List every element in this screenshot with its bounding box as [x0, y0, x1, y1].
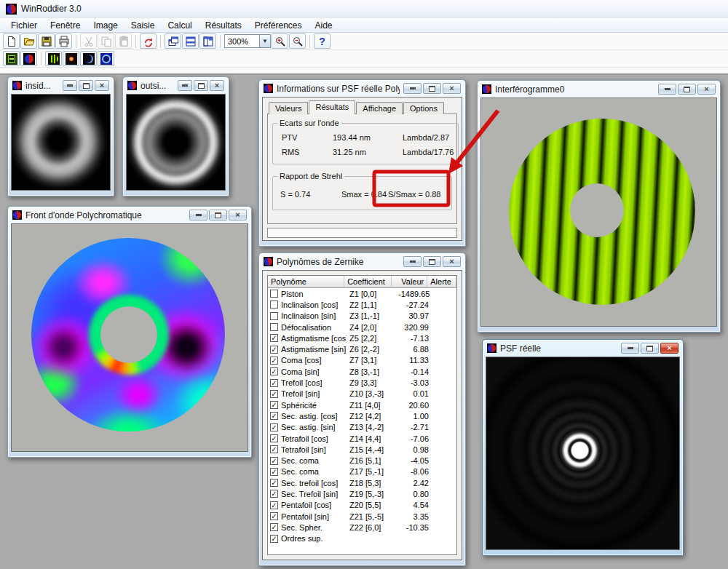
minimize-button[interactable]: [403, 83, 422, 94]
row-checkbox[interactable]: ✓: [270, 412, 278, 420]
maximize-button[interactable]: [209, 210, 227, 220]
table-row[interactable]: ✓Tetrafoil [sin]Z15 [4,-4]0.98: [268, 444, 456, 455]
zoom-select[interactable]: 300% ▼: [224, 34, 271, 48]
table-row[interactable]: ✓Pentafoil [sin]Z21 [5,-5]3.35: [268, 511, 456, 522]
row-checkbox[interactable]: ✓: [270, 445, 278, 453]
table-row[interactable]: ✓Tetrafoil [cos]Z14 [4,4]-7.06: [268, 433, 456, 444]
tab-affichage[interactable]: Affichage: [356, 102, 403, 114]
menu-item-aide[interactable]: Aide: [309, 19, 339, 32]
row-checkbox[interactable]: ✓: [270, 501, 278, 509]
table-row[interactable]: ✓SphéricitéZ11 [4,0]20.60: [268, 399, 456, 410]
column-header[interactable]: Valeur: [392, 276, 427, 288]
row-checkbox[interactable]: ✓: [270, 457, 278, 465]
column-header[interactable]: Polynôme: [268, 276, 344, 288]
menu-item-image[interactable]: Image: [87, 19, 124, 32]
row-checkbox[interactable]: ✓: [270, 468, 278, 476]
table-row[interactable]: ✓Trefoil [sin]Z10 [3,-3]0.01: [268, 389, 456, 399]
tab-valeurs[interactable]: Valeurs: [269, 102, 308, 114]
tile-vertical-button[interactable]: [199, 33, 216, 49]
close-button[interactable]: ×: [443, 256, 461, 267]
row-checkbox[interactable]: ✓: [270, 401, 278, 409]
table-row[interactable]: Inclinaison [cos]Z2 [1,1]-27.24: [268, 299, 456, 310]
table-row[interactable]: Inclinaison [sin]Z3 [1,-1]30.97: [268, 311, 456, 322]
table-row[interactable]: ✓Sec. comaZ17 [5,-1]-8.06: [268, 466, 456, 477]
psf-tool-button[interactable]: [63, 51, 79, 66]
menu-item-calcul[interactable]: Calcul: [161, 19, 198, 32]
minimize-button[interactable]: [403, 256, 422, 267]
menu-item-fichier[interactable]: Fichier: [4, 19, 44, 32]
close-button[interactable]: ×: [443, 83, 461, 94]
titlebar-interferogram[interactable]: Interférogramme0 ×: [480, 81, 717, 98]
tile-horizontal-button[interactable]: [182, 33, 199, 49]
titlebar-outside[interactable]: outsi... ×: [126, 77, 226, 94]
titlebar-wavefront[interactable]: Front d'onde Polychromatique ×: [11, 207, 248, 223]
column-header[interactable]: Coefficient: [344, 276, 392, 288]
maximize-button[interactable]: [641, 343, 659, 354]
row-checkbox[interactable]: [270, 323, 278, 331]
row-checkbox[interactable]: ✓: [270, 479, 278, 487]
table-row[interactable]: ✓Sec. Spher.Z22 [6,0]-10.35: [268, 522, 456, 533]
table-row[interactable]: DéfocalisationZ4 [2,0]320.99: [268, 322, 456, 333]
row-checkbox[interactable]: [270, 301, 278, 309]
eclipse-tool-button[interactable]: [80, 51, 97, 66]
titlebar-psf[interactable]: PSF réelle ×: [486, 340, 680, 357]
table-row[interactable]: ✓Sec. trefoil [cos]Z18 [5,3]2.42: [268, 477, 456, 488]
minimize-button[interactable]: [63, 80, 77, 91]
interferogram-tool-button[interactable]: [45, 51, 62, 66]
table-row[interactable]: PistonZ1 [0,0]-1489.65: [268, 288, 456, 299]
table-row[interactable]: ✓Pentafoil [cos]Z20 [5,5]4.54: [268, 500, 456, 511]
maximize-button[interactable]: [423, 256, 441, 267]
maximize-button[interactable]: [79, 80, 93, 91]
close-button[interactable]: ×: [660, 343, 678, 354]
screen-tool-button[interactable]: [3, 51, 20, 66]
row-checkbox[interactable]: ✓: [270, 357, 278, 365]
row-checkbox[interactable]: ✓: [270, 434, 278, 442]
menu-item-prfrences[interactable]: Préférences: [248, 19, 309, 32]
row-checkbox[interactable]: ✓: [270, 512, 278, 520]
close-button[interactable]: ×: [95, 80, 109, 91]
help-button[interactable]: ?: [314, 33, 331, 49]
chevron-down-icon[interactable]: ▼: [259, 35, 270, 47]
titlebar-zernike[interactable]: Polynômes de Zernike ×: [262, 253, 462, 270]
row-checkbox[interactable]: ✓: [270, 346, 278, 354]
table-row[interactable]: ✓Sec. astig. [sin]Z13 [4,-2]-2.71: [268, 422, 456, 433]
maximize-button[interactable]: [194, 80, 208, 91]
row-checkbox[interactable]: ✓: [270, 379, 278, 387]
row-checkbox[interactable]: ✓: [270, 423, 278, 431]
table-row[interactable]: ✓Sec. astig. [cos]Z12 [4,2]1.00: [268, 410, 456, 421]
menu-item-rsultats[interactable]: Résultats: [199, 19, 248, 32]
zoom-in-button[interactable]: [272, 33, 288, 49]
row-checkbox[interactable]: [270, 312, 278, 320]
minimize-button[interactable]: [658, 84, 676, 95]
table-row[interactable]: ✓Coma [cos]Z7 [3,1]11.33: [268, 355, 456, 366]
zoom-out-button[interactable]: [289, 33, 306, 49]
row-checkbox[interactable]: ✓: [270, 490, 278, 498]
maximize-button[interactable]: [678, 84, 696, 95]
maximize-button[interactable]: [423, 83, 441, 94]
titlebar-inside[interactable]: insid... ×: [11, 77, 111, 94]
close-button[interactable]: ×: [697, 84, 716, 95]
swirl-tool-button[interactable]: [98, 51, 114, 66]
table-row[interactable]: ✓Trefoil [cos]Z9 [3,3]-3.03: [268, 377, 456, 388]
tab-options[interactable]: Options: [403, 102, 444, 114]
app-titlebar[interactable]: WinRoddier 3.0: [0, 0, 728, 18]
row-checkbox[interactable]: [270, 290, 278, 298]
close-button[interactable]: ×: [229, 210, 247, 220]
cascade-windows-button[interactable]: [165, 33, 181, 49]
table-row[interactable]: ✓Coma [sin]Z8 [3,-1]-0.14: [268, 366, 456, 377]
logo-tool-button[interactable]: [20, 51, 37, 66]
minimize-button[interactable]: [189, 210, 207, 220]
row-checkbox[interactable]: ✓: [270, 334, 278, 342]
close-button[interactable]: ×: [210, 80, 224, 91]
titlebar-informations[interactable]: Informations sur PSF réelle Polychro... …: [262, 80, 462, 97]
row-checkbox[interactable]: ✓: [270, 523, 278, 531]
table-row[interactable]: ✓Sec. comaZ16 [5,1]-4.05: [268, 455, 456, 466]
open-file-button[interactable]: [20, 33, 37, 49]
minimize-button[interactable]: [621, 343, 639, 354]
table-row[interactable]: ✓Sec. Trefoil [sin]Z19 [5,-3]0.80: [268, 488, 456, 499]
menu-item-saisie[interactable]: Saisie: [124, 19, 162, 32]
row-checkbox[interactable]: ✓: [270, 390, 278, 398]
refresh-button[interactable]: [140, 33, 157, 49]
row-checkbox[interactable]: ✓: [270, 367, 278, 375]
table-row[interactable]: ✓Ordres sup.: [268, 533, 456, 544]
